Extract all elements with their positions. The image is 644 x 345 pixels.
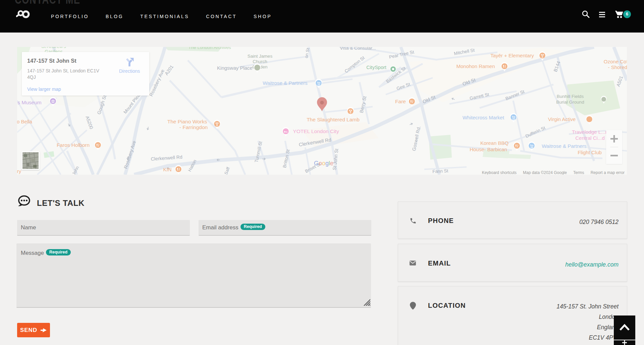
svg-text:Faros Holborn: Faros Holborn [57,142,90,148]
svg-text:Church: Church [253,59,267,64]
svg-text:e: e [330,160,333,167]
svg-text:s Museum: s Museum [17,100,42,105]
svg-text:Central Ci...d: Central Ci...d [575,135,605,141]
svg-text:Waitrose & Partners: Waitrose & Partners [263,80,308,86]
svg-text:o Bella: o Bella [17,119,33,124]
svg-text:The London Archives: The London Archives [189,47,231,50]
svg-text:Waitrose & Partners: Waitrose & Partners [542,143,587,149]
svg-text:Kingsway Place: Kingsway Place [217,65,253,71]
svg-text:Tayēr + Elementary: Tayēr + Elementary [490,53,534,58]
svg-text:Virgin Active: Virgin Active [548,116,576,122]
svg-text:Monohon Ramen: Monohon Ramen [456,63,495,69]
svg-text:Burial Ground: Burial Ground [556,100,584,105]
svg-text:Korean BBQ: Korean BBQ [480,140,508,146]
svg-text:o: o [322,160,325,167]
svg-text:Whitecross Market: Whitecross Market [463,115,504,120]
svg-text:G: G [314,160,319,167]
svg-text:ry: ry [17,168,21,174]
svg-text:- Farringdon: - Farringdon [179,124,208,130]
svg-text:YOTEL London City: YOTEL London City [293,128,339,134]
svg-text:Saint James: Saint James [248,54,273,59]
svg-text:Fann St: Fann St [432,168,448,174]
svg-text:Flight Club: Flight Club [578,150,602,155]
svg-text:House- Barbican: House- Barbican [470,147,507,152]
svg-text:g: g [325,160,329,167]
svg-text:- Shoreditch: - Shoreditch [608,64,627,70]
svg-text:The Slaughtered Lamb: The Slaughtered Lamb [307,117,360,122]
svg-text:Bunhill Fields: Bunhill Fields [557,94,584,99]
svg-text:The Piano Works: The Piano Works [167,119,207,124]
svg-text:Fare: Fare [395,99,406,104]
svg-text:Ozone Coffee: Ozone Coffee [604,59,627,64]
svg-text:KIN: KIN [163,167,171,172]
svg-text:CitySport: CitySport [366,65,386,70]
svg-text:Visa & Consular...: Visa & Consular... [340,47,376,51]
svg-text:Travelodge L...n: Travelodge L...n [572,129,608,135]
svg-text:o: o [319,160,322,167]
